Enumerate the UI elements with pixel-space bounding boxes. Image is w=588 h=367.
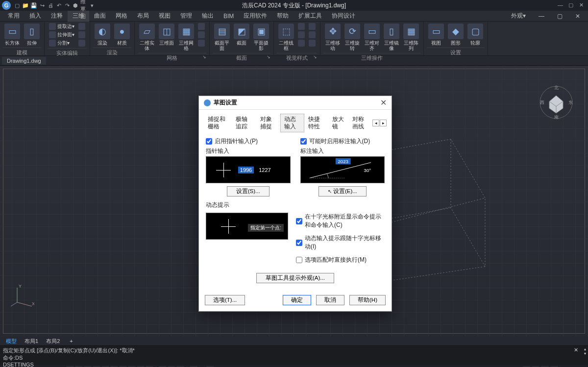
qat-open-icon[interactable]: 📁	[22, 2, 29, 9]
tool-wireframe[interactable]: ⬚二维线框	[277, 23, 295, 52]
chk-match-input[interactable]	[296, 257, 302, 263]
tab-dynamic-input[interactable]: 动态输入	[280, 114, 304, 132]
tool-box[interactable]: ▭长方体	[3, 23, 22, 47]
command-line[interactable]: ✕ ▴▾ 指定矩形点或 [添点(B)/复制(C)/放弃(U)/退出(X)]: *…	[0, 345, 588, 365]
qat-new-icon[interactable]: ▢	[14, 2, 21, 9]
layout-add-icon[interactable]: +	[66, 338, 76, 344]
tab-prev-icon[interactable]: ◂	[372, 120, 379, 126]
qat-export-icon[interactable]: ↪	[39, 2, 46, 9]
appearance-button[interactable]: 草图工具提示外观(A)...	[256, 273, 334, 283]
dialog-close-icon[interactable]: ✕	[380, 98, 387, 107]
tool-secplane[interactable]: ▤截面平面	[213, 23, 231, 52]
layout-model[interactable]: 模型	[2, 337, 21, 345]
qat-redo-icon[interactable]: ↷	[64, 2, 71, 9]
tool-3dmove[interactable]: ✥三维移动	[323, 23, 342, 52]
cmdline-close-icon[interactable]: ✕	[574, 347, 578, 353]
tool-render[interactable]: ◐渲染	[93, 23, 112, 47]
ribbon-rest-icon[interactable]: ▢	[552, 11, 567, 21]
menu-surface[interactable]: 曲面	[89, 10, 111, 22]
cmdline-down-icon[interactable]: ▾	[584, 351, 586, 356]
tab-quick-props[interactable]: 快捷特性	[304, 114, 328, 132]
menu-common[interactable]: 常用	[3, 10, 24, 22]
tab-polar[interactable]: 极轴追踪	[232, 114, 256, 132]
tab-next-icon[interactable]: ▸	[380, 120, 387, 126]
menu-output[interactable]: 输出	[197, 10, 219, 22]
tab-osnap[interactable]: 对象捕捉	[256, 114, 280, 132]
cancel-button[interactable]: 取消	[316, 295, 344, 305]
expand-icon[interactable]: ↘	[202, 54, 206, 59]
qat-undo-icon[interactable]: ↶	[55, 2, 62, 9]
settings-e-button[interactable]: ↖ 设置(E)...	[318, 186, 367, 196]
tool-vs5[interactable]	[307, 31, 317, 39]
settings-s-button[interactable]: 设置(S)...	[227, 186, 270, 196]
tool-vs6[interactable]	[307, 39, 317, 47]
maximize-icon[interactable]: ▢	[568, 2, 575, 9]
tool-3darray[interactable]: ▦三维阵列	[402, 23, 420, 52]
layout-2[interactable]: 布局2	[42, 337, 64, 345]
expand-icon[interactable]: ↘	[267, 54, 270, 59]
tool-flatshot[interactable]: ▣平面摄影	[252, 23, 270, 52]
menu-manage[interactable]: 管理	[175, 10, 197, 22]
tool-graphics[interactable]: ◆图形	[446, 23, 465, 47]
tool-3drotate[interactable]: ⟳三维旋转	[343, 23, 362, 52]
qat-dropdown-icon[interactable]: ▾	[89, 2, 96, 9]
qat-save-icon[interactable]: 💾	[30, 2, 37, 9]
menu-bim[interactable]: BIM	[219, 11, 239, 21]
tool-mesh1[interactable]	[196, 23, 206, 30]
tool-3dmesh[interactable]: ▦三维网格	[177, 23, 196, 52]
tool-mesh2[interactable]	[196, 31, 206, 39]
menu-mesh[interactable]: 网格	[111, 10, 132, 22]
cmdline-up-icon[interactable]: ▴	[584, 347, 586, 351]
view-cube[interactable]: 北 南 西 东	[539, 85, 573, 120]
tool-vs1[interactable]	[296, 23, 306, 30]
chk-crosshair-prompt[interactable]: 在十字光标附近显示命令提示和命令输入(C)	[296, 213, 385, 229]
tool-se1[interactable]	[77, 23, 87, 30]
minimize-icon[interactable]: —	[558, 2, 564, 9]
tool-vs2[interactable]	[296, 31, 306, 39]
tab-snap-grid[interactable]: 捕捉和栅格	[204, 114, 232, 132]
chk-follow-crosshair[interactable]: 动态输入提示跟随十字光标移动(I)	[296, 234, 385, 251]
tool-section[interactable]: ◩截面	[232, 23, 251, 47]
tool-3dmirror[interactable]: ▯三维镜像	[382, 23, 401, 52]
close-icon[interactable]: ✕	[579, 2, 586, 9]
tool-split[interactable]: 分割▾	[48, 39, 76, 47]
tool-3dface[interactable]: ◫三维面	[157, 23, 176, 47]
appearance-dropdown[interactable]: 外观▾	[506, 10, 531, 22]
tool-3dalign[interactable]: ▭三维对齐	[363, 23, 381, 52]
menu-collab[interactable]: 协同设计	[327, 10, 360, 22]
qat-sketch-mode[interactable]: 二维草图	[80, 2, 87, 9]
chk-match-direct[interactable]: 选项匹配时直接执行(M)	[296, 256, 385, 264]
tool-2dsolid[interactable]: ▱二维实体	[138, 23, 156, 52]
menu-apps[interactable]: 应用软件	[239, 10, 272, 22]
tool-se2[interactable]	[77, 31, 87, 39]
tool-view[interactable]: ▭视图	[427, 23, 445, 47]
expand-icon[interactable]: ↘	[313, 54, 317, 59]
menu-layout[interactable]: 布局	[132, 10, 154, 22]
tool-outline[interactable]: ▢轮廓	[466, 23, 485, 47]
tab-symmetric[interactable]: 对称画线	[348, 114, 372, 132]
tool-extract-edge[interactable]: 提取边▾	[48, 23, 76, 30]
menu-view[interactable]: 视图	[154, 10, 175, 22]
qat-workspace-icon[interactable]: ⬢	[72, 2, 79, 9]
menu-annotate[interactable]: 注释	[46, 10, 68, 22]
chk-follow-input[interactable]	[296, 240, 302, 246]
tool-vs3[interactable]	[296, 39, 306, 47]
chk-crosshair-input[interactable]	[296, 218, 302, 224]
tool-mesh3[interactable]	[196, 39, 206, 47]
layout-1[interactable]: 布局1	[21, 337, 42, 345]
app-logo[interactable]: G	[2, 1, 11, 10]
tool-se3[interactable]	[77, 39, 87, 47]
qat-print-icon[interactable]: 🖨	[47, 2, 54, 9]
ribbon-close-icon[interactable]: ✕	[570, 11, 585, 21]
ok-button[interactable]: 确定	[283, 295, 311, 305]
chk-enable-dim[interactable]: 可能时启用标注输入(D)	[300, 137, 385, 146]
chk-enable-dim-input[interactable]	[300, 138, 307, 145]
tool-extrude[interactable]: ▯拉伸	[23, 23, 41, 47]
ribbon-min-icon[interactable]: —	[534, 11, 549, 21]
help-button[interactable]: 帮助(H)	[349, 295, 386, 305]
menu-ext[interactable]: 扩展工具	[294, 10, 327, 22]
tab-magnifier[interactable]: 放大镜	[328, 114, 348, 132]
tool-material[interactable]: ●材质	[113, 23, 131, 47]
chk-enable-pointer[interactable]: 启用指针输入(P)	[206, 137, 291, 146]
tool-extrude-face[interactable]: 拉伸面▾	[48, 31, 76, 39]
